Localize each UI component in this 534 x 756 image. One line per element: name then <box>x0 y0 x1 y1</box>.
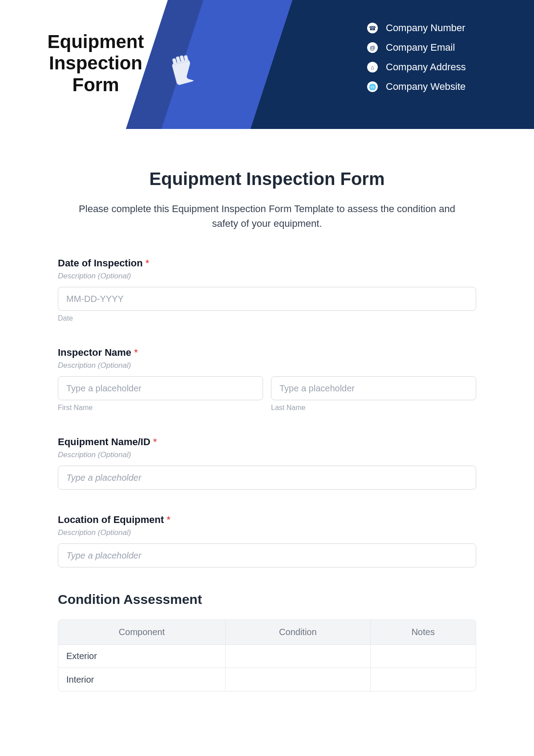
company-info: ☎ Company Number @ Company Email ⌂ Compa… <box>367 22 466 101</box>
equipment-input[interactable] <box>58 466 476 490</box>
header-title-block: Equipment Inspection Form <box>38 31 154 96</box>
required-asterisk: * <box>153 436 157 447</box>
location-description: Description (Optional) <box>58 528 476 537</box>
table-header-row: Component Condition Notes <box>58 620 476 645</box>
company-website: Company Website <box>386 81 465 92</box>
svg-rect-9 <box>205 56 209 63</box>
company-number-row: ☎ Company Number <box>367 22 466 34</box>
field-location: Location of Equipment * Description (Opt… <box>58 514 476 567</box>
cell-notes[interactable] <box>371 668 476 691</box>
date-label: Date of Inspection * <box>58 257 476 269</box>
assessment-heading: Condition Assessment <box>58 592 476 607</box>
last-name-sublabel: Last Name <box>271 404 476 412</box>
globe-icon: 🌐 <box>367 81 378 92</box>
page-title: Equipment Inspection Form <box>58 169 476 189</box>
table-row: Exterior <box>58 645 476 668</box>
company-number: Company Number <box>386 22 465 34</box>
first-name-input[interactable] <box>58 376 263 400</box>
page-description: Please complete this Equipment Inspectio… <box>58 201 476 231</box>
required-asterisk: * <box>166 514 170 525</box>
th-condition: Condition <box>226 620 371 645</box>
company-website-row: 🌐 Company Website <box>367 81 466 92</box>
date-description: Description (Optional) <box>58 272 476 281</box>
equipment-description: Description (Optional) <box>58 450 476 459</box>
inspector-description: Description (Optional) <box>58 361 476 370</box>
location-label: Location of Equipment * <box>58 514 476 526</box>
phone-icon: ☎ <box>367 23 378 33</box>
header-title: Equipment Inspection Form <box>38 31 154 96</box>
cell-condition[interactable] <box>226 645 371 668</box>
home-icon: ⌂ <box>367 62 378 72</box>
field-equipment: Equipment Name/ID * Description (Optiona… <box>58 436 476 490</box>
required-asterisk: * <box>146 257 150 269</box>
date-input[interactable] <box>58 287 476 311</box>
company-email-row: @ Company Email <box>367 42 466 53</box>
date-label-text: Date of Inspection <box>58 257 143 269</box>
header-banner: Equipment Inspection Form ☎ Company Numb… <box>0 0 534 129</box>
table-row: Interior <box>58 668 476 691</box>
assessment-table: Component Condition Notes Exterior Inter… <box>58 619 476 692</box>
field-inspector: Inspector Name * Description (Optional) … <box>58 347 476 412</box>
location-input[interactable] <box>58 543 476 567</box>
company-address: Company Address <box>386 61 466 73</box>
cell-condition[interactable] <box>226 668 371 691</box>
gloves-icon <box>165 51 222 93</box>
equipment-label-text: Equipment Name/ID <box>58 436 150 447</box>
inspector-label: Inspector Name * <box>58 347 476 358</box>
company-address-row: ⌂ Company Address <box>367 61 466 73</box>
required-asterisk: * <box>134 347 138 358</box>
last-name-input[interactable] <box>271 376 476 400</box>
date-sublabel: Date <box>58 314 476 322</box>
field-date: Date of Inspection * Description (Option… <box>58 257 476 322</box>
form-body: Equipment Inspection Form Please complet… <box>0 129 534 709</box>
th-notes: Notes <box>371 620 476 645</box>
equipment-label: Equipment Name/ID * <box>58 436 476 448</box>
cell-notes[interactable] <box>371 645 476 668</box>
location-label-text: Location of Equipment <box>58 514 164 525</box>
first-name-sublabel: First Name <box>58 404 263 412</box>
company-email: Company Email <box>386 42 455 53</box>
email-icon: @ <box>367 42 378 53</box>
inspector-label-text: Inspector Name <box>58 347 131 358</box>
cell-component[interactable]: Interior <box>58 668 226 691</box>
th-component: Component <box>58 620 226 645</box>
cell-component[interactable]: Exterior <box>58 645 226 668</box>
